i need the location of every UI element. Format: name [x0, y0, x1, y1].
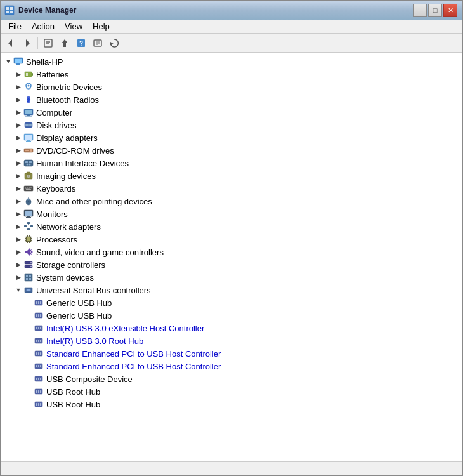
svg-rect-43 — [25, 161, 28, 163]
forward-button[interactable] — [20, 36, 35, 50]
tree-item-mice[interactable]: ▶ Mice and other pointing devices — [1, 195, 462, 208]
tree-item-bluetooth[interactable]: ▶ Bluetooth Radios — [1, 93, 462, 106]
tree-item-dvd[interactable]: ▶ DVD/CD-ROM drives — [1, 144, 462, 157]
svg-rect-80 — [31, 238, 32, 239]
usb-expander[interactable]: ▼ — [13, 285, 23, 295]
tree-item-usb-pci2[interactable]: ▶ Standard Enhanced PCI to USB Host Cont… — [1, 360, 462, 373]
tree-item-network[interactable]: ▶ Network adapters — [1, 220, 462, 233]
tree-item-batteries[interactable]: ▶ Batteries — [1, 68, 462, 81]
processors-expander[interactable]: ▶ — [13, 234, 23, 244]
window-title: Device Manager — [18, 6, 76, 15]
menu-help[interactable]: Help — [88, 20, 115, 32]
svg-rect-129 — [36, 390, 37, 393]
svg-rect-59 — [26, 189, 31, 190]
menu-bar: File Action View Help — [1, 20, 462, 34]
tree-item-disk[interactable]: ▶ Disk drives — [1, 119, 462, 131]
svg-rect-95 — [29, 278, 31, 280]
system-expander[interactable]: ▶ — [13, 272, 23, 282]
tree-item-imaging[interactable]: ▶ Imaging devices — [1, 169, 462, 182]
tree-item-monitors[interactable]: ▶ Monitors — [1, 208, 462, 220]
tree-root[interactable]: ▼ Sheila-HP — [1, 55, 462, 68]
keyboards-expander[interactable]: ▶ — [13, 183, 23, 194]
usb-label: Universal Serial Bus controllers — [36, 286, 151, 295]
batteries-expander[interactable]: ▶ — [13, 69, 23, 79]
svg-rect-121 — [36, 365, 37, 367]
imaging-expander[interactable]: ▶ — [13, 171, 23, 181]
svg-rect-69 — [24, 225, 27, 227]
tree-item-processors[interactable]: ▶ Processors — [1, 233, 462, 246]
svg-rect-127 — [40, 378, 41, 380]
tree-item-usb-root30[interactable]: ▶ Intel(R) USB 3.0 Root Hub — [1, 334, 462, 347]
svg-rect-37 — [27, 140, 30, 141]
disk-expander[interactable]: ▶ — [13, 120, 23, 130]
svg-rect-91 — [25, 274, 32, 281]
close-button[interactable]: ✕ — [443, 4, 457, 17]
display-expander[interactable]: ▶ — [13, 133, 23, 143]
tree-item-usb-pci1[interactable]: ▶ Standard Enhanced PCI to USB Host Cont… — [1, 347, 462, 360]
sound-expander[interactable]: ▶ — [13, 247, 23, 257]
tree-item-display[interactable]: ▶ Display adapters — [1, 131, 462, 144]
help-button[interactable]: ? — [74, 36, 89, 50]
usb-pci2-expander: ▶ — [23, 361, 34, 371]
svg-text:?: ? — [79, 40, 83, 47]
maximize-button[interactable]: □ — [428, 4, 442, 17]
menu-file[interactable]: File — [3, 20, 27, 32]
usb-pci1-label: Standard Enhanced PCI to USB Host Contro… — [46, 349, 221, 359]
refresh-button[interactable] — [107, 36, 122, 50]
tree-item-usb-root2[interactable]: ▶ USB Root Hub — [1, 398, 462, 411]
tree-item-sound[interactable]: ▶ Sound, video and game controllers — [1, 246, 462, 258]
network-expander[interactable]: ▶ — [13, 221, 23, 232]
mice-expander[interactable]: ▶ — [13, 196, 23, 206]
svg-rect-115 — [40, 340, 41, 342]
network-label: Network adapters — [36, 222, 101, 232]
tree-item-system[interactable]: ▶ System devices — [1, 271, 462, 284]
svg-point-45 — [27, 164, 29, 166]
driver-details-button[interactable] — [90, 36, 105, 50]
tree-item-usb[interactable]: ▼ Universal Serial Bus controllers — [1, 284, 462, 296]
usb-root1-icon — [34, 387, 44, 397]
biometric-expander[interactable]: ▶ — [13, 82, 23, 92]
tree-item-usb-xhci[interactable]: ▶ Intel(R) USB 3.0 eXtensible Host Contr… — [1, 322, 462, 334]
svg-rect-93 — [29, 275, 31, 277]
hid-expander[interactable]: ▶ — [13, 158, 23, 168]
dvd-expander[interactable]: ▶ — [13, 145, 23, 155]
tree-item-biometric[interactable]: ▶ Biometric Devices — [1, 81, 462, 93]
tree-item-usb-hub1[interactable]: ▶ Generic USB Hub — [1, 296, 462, 309]
keyboards-icon — [23, 183, 34, 194]
tree-item-hid[interactable]: ▶ Human Interface Devices — [1, 157, 462, 169]
device-tree[interactable]: ▼ Sheila-HP ▶ — [1, 53, 462, 461]
tree-item-computer[interactable]: ▶ Computer — [1, 106, 462, 119]
properties-button[interactable] — [41, 36, 56, 50]
toolbar-separator-1 — [37, 37, 38, 49]
monitors-expander[interactable]: ▶ — [13, 209, 23, 219]
monitors-label: Monitors — [36, 209, 68, 219]
disk-icon — [23, 120, 34, 130]
computer-expander[interactable]: ▶ — [13, 107, 23, 117]
usb-xhci-expander: ▶ — [23, 323, 34, 333]
tree-item-storage[interactable]: ▶ Storage controllers — [1, 258, 462, 271]
back-button[interactable] — [3, 36, 18, 50]
root-expander[interactable]: ▼ — [3, 56, 13, 67]
menu-view[interactable]: View — [60, 20, 88, 32]
svg-rect-106 — [38, 314, 39, 317]
svg-marker-17 — [110, 42, 114, 45]
bluetooth-expander[interactable]: ▶ — [13, 95, 23, 105]
window-icon — [4, 5, 15, 15]
tree-item-usb-root1[interactable]: ▶ USB Root Hub — [1, 385, 462, 398]
svg-rect-123 — [40, 365, 41, 367]
svg-rect-20 — [16, 63, 20, 65]
minimize-button[interactable]: — — [413, 4, 427, 17]
tree-item-usb-hub2[interactable]: ▶ Generic USB Hub — [1, 309, 462, 322]
tree-item-usb-composite[interactable]: ▶ USB Composite Device — [1, 373, 462, 385]
svg-rect-31 — [25, 116, 32, 117]
usb-xhci-label: Intel(R) USB 3.0 eXtensible Host Control… — [46, 324, 204, 333]
tree-item-keyboards[interactable]: ▶ Keyboards — [1, 182, 462, 195]
svg-rect-24 — [26, 73, 28, 76]
hid-label: Human Interface Devices — [36, 159, 129, 168]
menu-action[interactable]: Action — [27, 20, 60, 32]
svg-rect-92 — [26, 275, 28, 277]
storage-expander[interactable]: ▶ — [13, 260, 23, 270]
update-driver-button[interactable] — [57, 36, 72, 50]
svg-rect-57 — [27, 188, 29, 189]
keyboards-label: Keyboards — [36, 184, 75, 194]
